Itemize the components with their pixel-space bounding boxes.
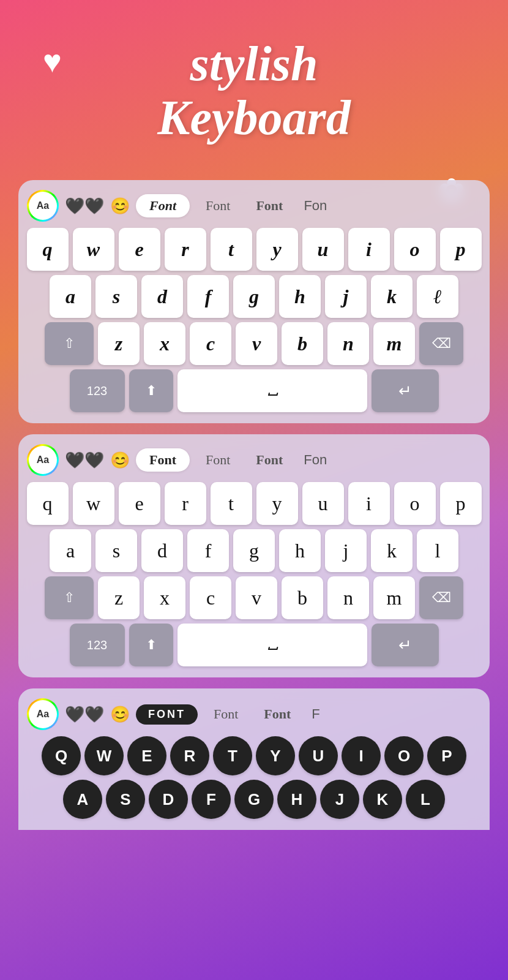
kb2-key-backspace[interactable]: ⌫ xyxy=(419,576,463,619)
kb2-key-d[interactable]: d xyxy=(141,529,183,572)
key-p[interactable]: p xyxy=(440,228,482,271)
kb3-aa-button[interactable]: Aa xyxy=(27,698,59,730)
kb1-aa-button[interactable]: Aa xyxy=(27,190,59,222)
key-s[interactable]: s xyxy=(95,275,137,318)
kb3-key-k[interactable]: K xyxy=(363,780,402,819)
kb2-key-q[interactable]: q xyxy=(27,482,69,525)
kb2-emoji-button[interactable]: 😊 xyxy=(110,451,130,470)
kb2-key-enter[interactable]: ↵ xyxy=(372,624,439,666)
key-a[interactable]: a xyxy=(50,275,91,318)
kb3-key-f[interactable]: F xyxy=(192,780,231,819)
kb3-key-j[interactable]: J xyxy=(320,780,359,819)
kb1-font-option-2[interactable]: Font xyxy=(196,194,240,217)
kb2-key-r[interactable]: r xyxy=(165,482,206,525)
key-r[interactable]: r xyxy=(165,228,206,271)
kb1-emoji-button[interactable]: 😊 xyxy=(110,197,130,216)
kb2-key-s[interactable]: s xyxy=(95,529,137,572)
key-y[interactable]: y xyxy=(256,228,298,271)
kb3-key-a[interactable]: A xyxy=(63,780,102,819)
kb3-key-o[interactable]: O xyxy=(384,736,424,775)
kb2-key-n[interactable]: n xyxy=(327,576,369,619)
key-z[interactable]: z xyxy=(98,322,140,365)
key-u[interactable]: u xyxy=(302,228,344,271)
key-b[interactable]: b xyxy=(282,322,323,365)
kb2-key-x[interactable]: x xyxy=(144,576,185,619)
kb3-key-w[interactable]: W xyxy=(84,736,124,775)
kb2-key-u[interactable]: u xyxy=(302,482,344,525)
key-f[interactable]: f xyxy=(187,275,229,318)
kb2-key-m[interactable]: m xyxy=(373,576,415,619)
kb2-key-i[interactable]: i xyxy=(348,482,390,525)
kb1-font-option-3[interactable]: Font xyxy=(246,194,293,217)
kb2-font-option-4[interactable]: Fon xyxy=(299,448,332,472)
kb2-key-o[interactable]: o xyxy=(394,482,436,525)
kb1-font-selected[interactable]: Font xyxy=(136,194,190,217)
kb3-hearts-button[interactable]: 🖤🖤 xyxy=(65,705,104,724)
kb2-key-l[interactable]: l xyxy=(417,529,458,572)
kb2-key-f[interactable]: f xyxy=(187,529,229,572)
kb3-key-y[interactable]: Y xyxy=(256,736,295,775)
kb2-key-v[interactable]: v xyxy=(236,576,277,619)
kb3-key-s[interactable]: S xyxy=(106,780,145,819)
kb3-font-option-4[interactable]: F xyxy=(307,703,324,726)
key-x[interactable]: x xyxy=(144,322,185,365)
kb3-emoji-button[interactable]: 😊 xyxy=(110,705,130,724)
kb3-key-t[interactable]: T xyxy=(213,736,252,775)
key-d[interactable]: d xyxy=(141,275,183,318)
kb2-key-b[interactable]: b xyxy=(282,576,323,619)
key-space[interactable]: ⎵ xyxy=(177,369,367,412)
kb3-key-u[interactable]: U xyxy=(299,736,338,775)
kb2-key-c[interactable]: c xyxy=(190,576,231,619)
key-l[interactable]: ℓ xyxy=(417,275,458,318)
kb2-key-shift[interactable]: ⇧ xyxy=(45,576,94,619)
kb2-key-a[interactable]: a xyxy=(50,529,91,572)
kb2-aa-button[interactable]: Aa xyxy=(27,444,59,476)
key-k[interactable]: k xyxy=(371,275,413,318)
key-backspace[interactable]: ⌫ xyxy=(419,322,463,365)
kb2-key-k[interactable]: k xyxy=(371,529,413,572)
kb3-key-r[interactable]: R xyxy=(170,736,209,775)
kb2-key-t[interactable]: t xyxy=(211,482,252,525)
key-m[interactable]: m xyxy=(373,322,415,365)
kb1-font-option-4[interactable]: Fon xyxy=(299,194,332,217)
key-e[interactable]: e xyxy=(119,228,160,271)
key-h[interactable]: h xyxy=(279,275,321,318)
kb2-key-j[interactable]: j xyxy=(325,529,367,572)
key-v[interactable]: v xyxy=(236,322,277,365)
kb2-key-h[interactable]: h xyxy=(279,529,321,572)
key-c[interactable]: c xyxy=(190,322,231,365)
key-share[interactable]: ⬆ xyxy=(129,369,173,412)
kb2-key-y[interactable]: y xyxy=(256,482,298,525)
key-t[interactable]: t xyxy=(211,228,252,271)
kb2-font-option-3[interactable]: Font xyxy=(246,448,293,472)
kb3-font-selected[interactable]: FONT xyxy=(136,704,198,725)
kb3-key-g[interactable]: G xyxy=(234,780,274,819)
kb2-key-e[interactable]: e xyxy=(119,482,160,525)
key-q[interactable]: q xyxy=(27,228,69,271)
kb3-font-option-3[interactable]: Font xyxy=(254,703,301,726)
key-enter[interactable]: ↵ xyxy=(372,369,439,412)
kb3-key-e[interactable]: E xyxy=(127,736,166,775)
kb3-font-option-2[interactable]: Font xyxy=(204,703,248,726)
kb3-key-l[interactable]: L xyxy=(406,780,445,819)
kb2-key-space[interactable]: ⎵ xyxy=(177,624,367,666)
kb2-font-option-2[interactable]: Font xyxy=(196,448,240,472)
kb1-hearts-button[interactable]: 🖤🖤 xyxy=(65,197,104,216)
kb2-key-p[interactable]: p xyxy=(440,482,482,525)
key-n[interactable]: n xyxy=(327,322,369,365)
kb3-key-i[interactable]: I xyxy=(342,736,381,775)
kb2-key-123[interactable]: 123 xyxy=(70,624,125,666)
kb3-key-h[interactable]: H xyxy=(277,780,316,819)
kb2-font-selected[interactable]: Font xyxy=(136,448,190,472)
kb2-hearts-button[interactable]: 🖤🖤 xyxy=(65,451,104,470)
key-g[interactable]: g xyxy=(233,275,275,318)
key-shift[interactable]: ⇧ xyxy=(45,322,94,365)
key-j[interactable]: j xyxy=(325,275,367,318)
kb3-key-p[interactable]: P xyxy=(427,736,466,775)
kb3-key-d[interactable]: D xyxy=(149,780,188,819)
kb3-key-q[interactable]: Q xyxy=(42,736,81,775)
kb2-key-share[interactable]: ⬆ xyxy=(129,624,173,666)
key-i[interactable]: i xyxy=(348,228,390,271)
key-w[interactable]: w xyxy=(73,228,114,271)
kb2-key-g[interactable]: g xyxy=(233,529,275,572)
